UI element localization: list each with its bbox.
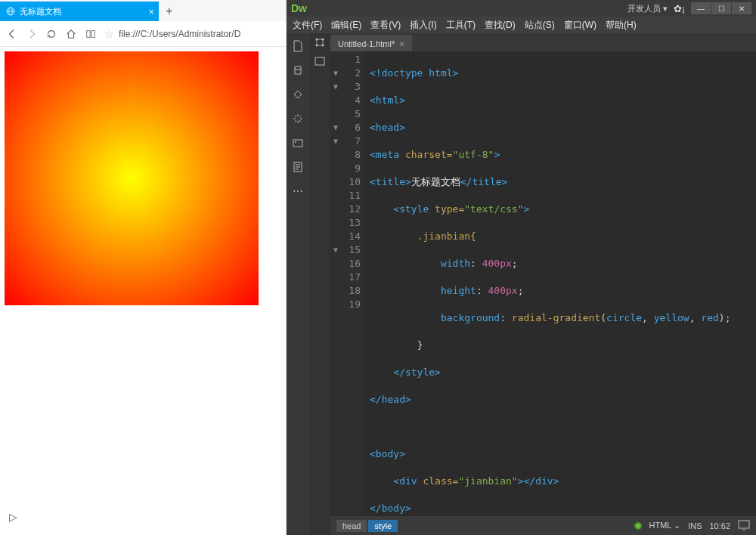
menu-insert[interactable]: 插入(I) (410, 19, 436, 32)
css-designer-icon[interactable] (291, 88, 305, 101)
dw-left-toolbar: ⋯ (287, 33, 309, 535)
code-format-icon[interactable] (314, 55, 326, 70)
menu-help[interactable]: 帮助(H) (606, 19, 637, 32)
menu-view[interactable]: 查看(V) (370, 19, 401, 32)
back-icon[interactable] (6, 28, 18, 40)
dw-editor: Untitled-1.html* × 1 ▼2 ▼3 4 5 ▼6 ▼7 8 9… (330, 33, 756, 535)
sync-settings-icon[interactable]: ✿¡ (674, 3, 685, 14)
menu-find[interactable]: 查找(D) (485, 19, 516, 32)
window-controls: — ☐ ✕ (691, 2, 751, 14)
devtools-toggle-icon[interactable]: ▷ (9, 511, 17, 523)
browser-viewport (0, 47, 286, 310)
snippets-icon[interactable] (291, 160, 305, 174)
related-files-icon[interactable] (314, 36, 326, 51)
manage-sites-icon[interactable] (291, 63, 305, 77)
address-bar[interactable]: ☆ file:///C:/Users/Administrator/D (104, 28, 280, 40)
menu-site[interactable]: 站点(S) (525, 19, 555, 32)
browser-tab[interactable]: 无标题文档 × (0, 2, 159, 21)
gradient-box (5, 51, 259, 305)
dw-titlebar: Dw 开发人员 ▾ ✿¡ — ☐ ✕ (287, 0, 756, 17)
browser-window: 无标题文档 × + ☆ file:///C:/Users/Administrat… (0, 0, 287, 535)
dw-doc-toolbar (309, 33, 330, 535)
browser-tab-strip: 无标题文档 × + (0, 0, 286, 21)
svg-rect-3 (87, 30, 90, 37)
workspace-label: 开发人员 (627, 3, 661, 14)
menu-tools[interactable]: 工具(T) (446, 19, 476, 32)
svg-point-6 (295, 141, 296, 143)
status-language[interactable]: HTML ⌄ (649, 521, 681, 530)
preview-icon[interactable] (738, 520, 750, 532)
refresh-icon[interactable] (45, 28, 57, 40)
close-button[interactable]: ✕ (732, 2, 751, 14)
sync-status-icon[interactable] (634, 522, 642, 530)
dw-body: ⋯ Untitled-1.html* × 1 ▼2 ▼3 4 5 ▼6 (287, 33, 756, 535)
reading-view-icon[interactable] (85, 28, 97, 40)
svg-rect-5 (293, 140, 302, 147)
url-text: file:///C:/Users/Administrator/D (119, 29, 240, 39)
code-editor[interactable]: 1 ▼2 ▼3 4 5 ▼6 ▼7 8 9 10 11 12 13 14 ▼15… (330, 51, 756, 515)
file-tab-bar: Untitled-1.html* × (330, 33, 756, 51)
svg-rect-13 (739, 521, 749, 528)
maximize-button[interactable]: ☐ (711, 2, 731, 14)
new-tab-button[interactable]: + (159, 2, 180, 21)
close-icon[interactable]: × (148, 6, 154, 17)
crumb-style[interactable]: style (368, 520, 398, 532)
home-icon[interactable] (65, 28, 77, 40)
menu-file[interactable]: 文件(F) (293, 19, 322, 32)
file-tab-label: Untitled-1.html* (338, 39, 395, 48)
file-tab[interactable]: Untitled-1.html* × (330, 36, 412, 51)
workspace-switcher[interactable]: 开发人员 ▾ (627, 3, 668, 14)
chevron-down-icon: ▾ (663, 4, 668, 14)
tag-breadcrumb: head style (336, 520, 398, 532)
dw-menubar: 文件(F) 编辑(E) 查看(V) 插入(I) 工具(T) 查找(D) 站点(S… (287, 17, 756, 33)
svg-rect-12 (315, 57, 324, 65)
close-icon[interactable]: × (399, 39, 404, 48)
forward-icon[interactable] (26, 28, 38, 40)
menu-edit[interactable]: 编辑(E) (331, 19, 361, 32)
more-tools-icon[interactable]: ⋯ (291, 184, 305, 198)
line-gutter: 1 ▼2 ▼3 4 5 ▼6 ▼7 8 9 10 11 12 13 14 ▼15… (330, 51, 365, 515)
dw-logo: Dw (291, 2, 307, 14)
dreamweaver-window: Dw 开发人员 ▾ ✿¡ — ☐ ✕ 文件(F) 编辑(E) 查看(V) 插入(… (287, 0, 756, 535)
minimize-button[interactable]: — (691, 2, 711, 14)
browser-nav-bar: ☆ file:///C:/Users/Administrator/D (0, 21, 286, 47)
globe-icon (6, 7, 15, 16)
browser-tab-title: 无标题文档 (20, 6, 61, 17)
assets-icon[interactable] (291, 136, 305, 150)
favorite-icon[interactable]: ☆ (104, 28, 114, 40)
menu-window[interactable]: 窗口(W) (564, 19, 596, 32)
status-cursor-pos: 10:62 (709, 521, 730, 530)
crumb-head[interactable]: head (336, 520, 367, 532)
code-body[interactable]: <!doctype html> <html> <head> <meta char… (365, 51, 756, 515)
file-panel-icon[interactable] (291, 39, 305, 53)
status-insert-mode[interactable]: INS (688, 521, 702, 530)
dw-statusbar: head style HTML ⌄ INS 10:62 (330, 515, 756, 535)
dom-panel-icon[interactable] (291, 112, 305, 125)
svg-rect-4 (91, 30, 94, 37)
